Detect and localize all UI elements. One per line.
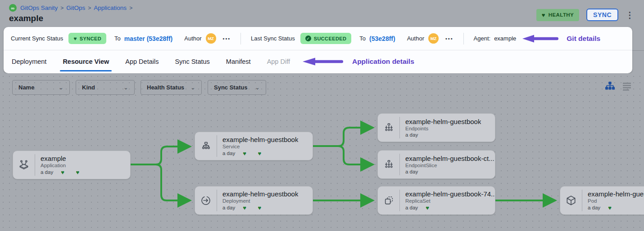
more-commit-info-button[interactable]: ••• bbox=[445, 36, 454, 41]
node-name: example-helm-guestbook-74... bbox=[405, 190, 495, 198]
page-title: example bbox=[9, 13, 43, 23]
annotation-arrow-left-icon bbox=[303, 58, 344, 66]
tab-deployment[interactable]: Deployment bbox=[12, 58, 46, 65]
resource-node-replicaset[interactable]: example-helm-guestbook-74... ReplicaSet … bbox=[377, 186, 495, 215]
tab-manifest[interactable]: Manifest bbox=[226, 58, 251, 65]
node-name: example bbox=[41, 155, 79, 162]
node-age: a day bbox=[222, 151, 235, 156]
resource-graph-canvas[interactable]: Name ⌄ Kind ⌄ Health Status ⌄ Sync Statu… bbox=[0, 73, 644, 231]
endpointslice-icon bbox=[378, 159, 399, 170]
breadcrumb-separator: > bbox=[129, 5, 132, 11]
divider bbox=[463, 33, 464, 44]
breadcrumb-link-applications[interactable]: Applications bbox=[94, 4, 127, 11]
replicaset-icon bbox=[378, 195, 399, 206]
node-body: example-helm-guestbook-74... Pod a day ♥ bbox=[582, 190, 644, 211]
node-body: example-helm-guestbook Deployment a day … bbox=[217, 190, 298, 211]
succeeded-badge-label: SUCCEEDED bbox=[314, 36, 347, 41]
node-age: a day bbox=[405, 169, 418, 174]
node-kind: Service bbox=[222, 144, 298, 149]
author-label: Author bbox=[184, 35, 201, 42]
node-name: example-helm-guestbook-74... bbox=[588, 190, 644, 198]
last-sync-status-label: Last Sync Status bbox=[251, 35, 295, 42]
to-label: To bbox=[359, 35, 366, 42]
resource-node-application[interactable]: example Application a day ♥ ♥ bbox=[13, 151, 131, 179]
node-body: example Application a day ♥ ♥ bbox=[35, 155, 79, 176]
author-label: Author bbox=[407, 35, 424, 42]
last-revision-link[interactable]: (53e28ff) bbox=[369, 35, 395, 42]
resource-node-endpointslice[interactable]: example-helm-guestbook-ct... EndpointSli… bbox=[377, 150, 495, 179]
breadcrumb-separator: > bbox=[60, 5, 63, 11]
heart-icon: ♥ bbox=[542, 12, 545, 18]
node-body: example-helm-guestbook Endpoints a day bbox=[400, 118, 481, 138]
breadcrumb-separator: > bbox=[88, 5, 91, 11]
pod-icon bbox=[560, 195, 582, 206]
more-commit-info-button[interactable]: ••• bbox=[223, 36, 231, 41]
sync-button[interactable]: SYNC bbox=[586, 9, 618, 21]
resource-node-deployment[interactable]: example-helm-guestbook Deployment a day … bbox=[195, 186, 313, 215]
endpoints-icon bbox=[378, 122, 399, 133]
succeeded-badge: ✓ SUCCEEDED bbox=[300, 33, 352, 44]
node-name: example-helm-guestbook bbox=[405, 118, 481, 125]
divider bbox=[632, 50, 644, 51]
tab-app-diff[interactable]: App Diff bbox=[267, 58, 290, 65]
health-heart-icons: ♥ ♥ bbox=[61, 169, 79, 176]
resource-node-service[interactable]: example-helm-guestbook Service a day ♥ ♥ bbox=[195, 132, 313, 160]
tab-bar: Deployment Resource View App Details Syn… bbox=[4, 50, 632, 73]
node-kind: Endpoints bbox=[405, 126, 481, 131]
health-status-badge: ♥ HEALTHY bbox=[536, 9, 579, 21]
health-heart-icons: ♥ ♥ bbox=[243, 204, 261, 211]
author-avatar: MZ bbox=[428, 33, 439, 44]
node-name: example-helm-guestbook bbox=[222, 136, 298, 143]
deployment-icon bbox=[195, 195, 217, 206]
tab-sync-status[interactable]: Sync Status bbox=[175, 58, 209, 65]
breadcrumb-link-account[interactable]: GitOps Sanity bbox=[20, 4, 58, 11]
page-header: ∞ GitOps Sanity > GitOps > Applications … bbox=[0, 0, 644, 27]
node-kind: Application bbox=[41, 163, 79, 168]
health-heart-icons: ♥ bbox=[426, 204, 429, 211]
kebab-menu-icon[interactable]: ⋮ bbox=[626, 11, 634, 19]
resource-node-endpoints[interactable]: example-helm-guestbook Endpoints a day bbox=[377, 113, 495, 142]
node-kind: EndpointSlice bbox=[405, 163, 494, 168]
node-name: example-helm-guestbook-ct... bbox=[405, 155, 494, 162]
health-badge-label: HEALTHY bbox=[549, 12, 574, 18]
app-details-panel: Current Sync Status ♥ SYNCED To master (… bbox=[4, 27, 632, 73]
health-heart-icons: ♥ bbox=[608, 204, 612, 211]
node-kind: Pod bbox=[588, 198, 644, 204]
node-age: a day bbox=[405, 205, 418, 210]
git-details-annotation: Git details bbox=[567, 35, 600, 43]
node-age: a day bbox=[588, 205, 600, 210]
health-heart-icons: ♥ ♥ bbox=[243, 150, 261, 157]
service-icon bbox=[195, 141, 217, 152]
synced-badge-label: SYNCED bbox=[80, 36, 101, 41]
agent-value: example bbox=[494, 35, 516, 42]
current-revision-link[interactable]: master (53e28ff) bbox=[124, 35, 172, 42]
application-details-annotation: Application details bbox=[352, 58, 414, 66]
sync-status-bar: Current Sync Status ♥ SYNCED To master (… bbox=[4, 27, 632, 50]
node-kind: Deployment bbox=[222, 198, 298, 204]
author-avatar: MZ bbox=[206, 33, 216, 44]
node-kind: ReplicaSet bbox=[405, 198, 495, 204]
heart-icon: ♥ bbox=[73, 36, 77, 42]
application-icon bbox=[13, 159, 35, 171]
node-age: a day bbox=[41, 169, 53, 175]
node-name: example-helm-guestbook bbox=[222, 190, 298, 198]
node-body: example-helm-guestbook Service a day ♥ ♥ bbox=[217, 136, 298, 157]
breadcrumb: ∞ GitOps Sanity > GitOps > Applications … bbox=[9, 4, 132, 12]
tab-resource-view[interactable]: Resource View bbox=[63, 58, 109, 65]
node-age: a day bbox=[222, 205, 235, 210]
divider bbox=[240, 33, 241, 44]
resource-node-pod[interactable]: example-helm-guestbook-74... Pod a day ♥ bbox=[560, 186, 644, 215]
gitops-logo-icon: ∞ bbox=[9, 4, 17, 12]
current-sync-status-label: Current Sync Status bbox=[11, 35, 63, 42]
breadcrumb-link-gitops[interactable]: GitOps bbox=[66, 4, 85, 11]
synced-badge: ♥ SYNCED bbox=[68, 33, 106, 44]
node-age: a day bbox=[405, 132, 418, 138]
check-circle-icon: ✓ bbox=[305, 36, 311, 41]
tab-app-details[interactable]: App Details bbox=[125, 58, 159, 65]
agent-label: Agent: bbox=[474, 35, 491, 42]
node-body: example-helm-guestbook-ct... EndpointSli… bbox=[400, 155, 494, 174]
header-actions: ♥ HEALTHY SYNC ⋮ bbox=[536, 9, 634, 21]
node-body: example-helm-guestbook-74... ReplicaSet … bbox=[400, 190, 495, 211]
to-label: To bbox=[114, 35, 121, 42]
annotation-arrow-left-icon bbox=[522, 35, 559, 43]
